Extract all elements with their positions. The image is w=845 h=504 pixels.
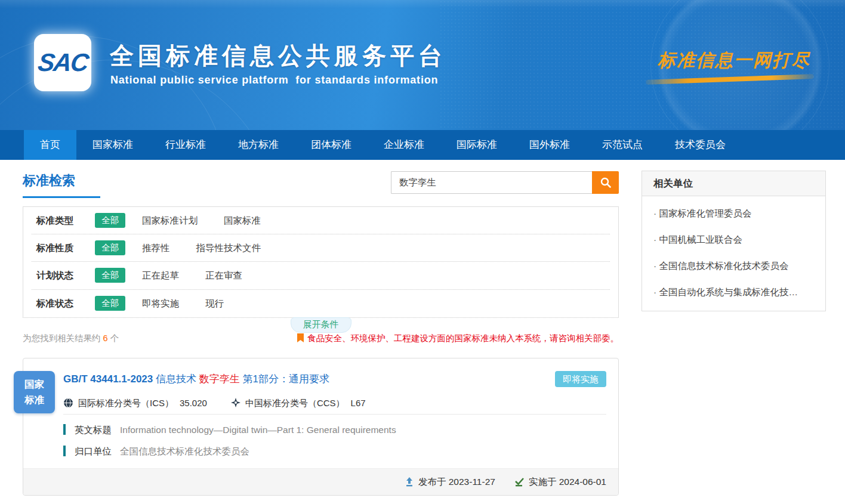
page-title: 标准检索 xyxy=(23,171,100,198)
filter-row-standard-status: 标准状态 全部 即将实施 现行 xyxy=(32,290,610,317)
content: 标准检索 标准类型 全部 国家标准计划 国家标准 xyxy=(0,160,845,496)
search-icon xyxy=(600,177,612,188)
compass-icon xyxy=(231,398,240,407)
ics-item: 国际标准分类号（ICS） 35.020 xyxy=(63,397,207,409)
implemented-value: 2024-06-01 xyxy=(559,476,606,488)
ccs-item: 中国标准分类号（CCS） L67 xyxy=(231,397,366,409)
committee-field: 归口单位 全国信息技术标准化技术委员会 xyxy=(63,445,606,457)
published-value: 2023-11-27 xyxy=(449,476,495,488)
filter-option[interactable]: 指导性技术文件 xyxy=(196,242,261,255)
card-divider xyxy=(63,414,606,415)
field-bar xyxy=(63,424,66,435)
summary-row: 为您找到相关结果约6个 食品安全、环境保护、工程建设方面的国家标准未纳入本系统，… xyxy=(23,333,619,344)
publish-icon xyxy=(405,477,414,487)
expand-conditions-button[interactable]: 展开条件 xyxy=(291,317,351,333)
filter-row-nature: 标准性质 全部 推荐性 指导性技术文件 xyxy=(32,234,610,262)
related-unit-link[interactable]: 中国机械工业联合会 xyxy=(653,227,814,253)
site-subtitle: National public service platform for sta… xyxy=(110,74,438,86)
search-box xyxy=(391,171,619,194)
nav-local-standards[interactable]: 地方标准 xyxy=(222,130,295,160)
ccs-label: 中国标准分类号（CCS） xyxy=(245,397,345,409)
filter-option[interactable]: 国家标准计划 xyxy=(142,214,198,227)
standard-title[interactable]: GB/T 43441.1-2023 信息技术 数字孪生 第1部分：通用要求 xyxy=(63,372,329,386)
expand-wrap: 展开条件 xyxy=(23,318,619,333)
globe-icon xyxy=(63,398,73,408)
nav-foreign-standards[interactable]: 国外标准 xyxy=(513,130,586,160)
notice-text: 食品安全、环境保护、工程建设方面的国家标准未纳入本系统，请咨询相关部委。 xyxy=(307,333,619,344)
nav-enterprise-standards[interactable]: 企业标准 xyxy=(368,130,440,160)
filter-row-plan-status: 计划状态 全部 正在起草 正在审查 xyxy=(32,262,610,289)
related-unit-link[interactable]: 全国信息技术标准化技术委员会 xyxy=(653,253,814,279)
nav-pilot[interactable]: 示范试点 xyxy=(586,130,659,160)
filter-option[interactable]: 现行 xyxy=(205,297,224,310)
field-label: 英文标题 xyxy=(75,423,112,436)
search-input[interactable] xyxy=(391,171,592,194)
filter-all-button[interactable]: 全部 xyxy=(95,296,125,311)
badge-line: 国家 xyxy=(14,376,55,392)
implemented-date: 实施于 2024-06-01 xyxy=(514,476,606,488)
card-head: GB/T 43441.1-2023 信息技术 数字孪生 第1部分：通用要求 即将… xyxy=(23,358,618,387)
badge-line: 标准 xyxy=(14,392,55,407)
main-column: 标准检索 标准类型 全部 国家标准计划 国家标准 xyxy=(23,171,619,496)
notice: 食品安全、环境保护、工程建设方面的国家标准未纳入本系统，请咨询相关部委。 xyxy=(297,333,619,344)
summary-count: 6 xyxy=(103,333,108,343)
filter-all-button[interactable]: 全部 xyxy=(95,268,125,283)
summary-prefix: 为您找到相关结果约 xyxy=(23,333,101,343)
main-nav: 首页 国家标准 行业标准 地方标准 团体标准 企业标准 国际标准 国外标准 示范… xyxy=(0,130,845,160)
english-title-field: 英文标题 Information technology—Digital twin… xyxy=(63,423,606,436)
ccs-value: L67 xyxy=(351,397,366,409)
banner-slogan: 标准信息一网打尽 xyxy=(650,49,818,72)
filter-all-button[interactable]: 全部 xyxy=(95,213,125,228)
standard-title-part: 信息技术 xyxy=(156,373,196,385)
filter-option[interactable]: 正在起草 xyxy=(142,269,179,282)
field-value: Information technology—Digital twin—Part… xyxy=(120,423,396,436)
filter-all-button[interactable]: 全部 xyxy=(95,240,125,255)
filter-row-type: 标准类型 全部 国家标准计划 国家标准 xyxy=(32,207,610,234)
related-units-title: 相关单位 xyxy=(642,171,825,196)
card-footer: 发布于 2023-11-27 实施于 2024-06-01 xyxy=(23,468,618,495)
page: SAC 全国标准信息公共服务平台 National public service… xyxy=(0,0,845,504)
published-date: 发布于 2023-11-27 xyxy=(405,476,495,488)
sac-logo[interactable]: SAC xyxy=(34,34,91,91)
search-button[interactable] xyxy=(592,171,619,194)
related-units-list: 国家标准化管理委员会 中国机械工业联合会 全国信息技术标准化技术委员会 全国自动… xyxy=(642,196,825,311)
sac-logo-text: SAC xyxy=(36,48,89,77)
filter-label: 标准类型 xyxy=(36,214,95,227)
summary-suffix: 个 xyxy=(110,333,119,343)
bookmark-icon xyxy=(297,333,304,343)
site-banner: SAC 全国标准信息公共服务平台 National public service… xyxy=(0,0,845,130)
implemented-label: 实施于 xyxy=(529,476,557,488)
nav-technical-committee[interactable]: 技术委员会 xyxy=(659,130,742,160)
nav-group-standards[interactable]: 团体标准 xyxy=(295,130,368,160)
standard-title-highlight: 数字孪生 xyxy=(199,373,240,385)
filter-option[interactable]: 国家标准 xyxy=(224,214,261,227)
related-units-panel: 相关单位 国家标准化管理委员会 中国机械工业联合会 全国信息技术标准化技术委员会… xyxy=(642,171,826,311)
classification-row: 国际标准分类号（ICS） 35.020 中国标准分类号（CCS） L67 xyxy=(23,387,618,409)
standard-title-part: 第1部分：通用要求 xyxy=(242,373,329,385)
related-unit-link[interactable]: 国家标准化管理委员会 xyxy=(653,200,814,227)
nav-industry-standards[interactable]: 行业标准 xyxy=(149,130,222,160)
field-bar xyxy=(63,446,66,456)
filter-box: 标准类型 全部 国家标准计划 国家标准 标准性质 全部 推荐性 指导性技术文件 … xyxy=(23,206,619,318)
ics-label: 国际标准分类号（ICS） xyxy=(78,397,174,409)
ics-value: 35.020 xyxy=(180,397,207,409)
status-badge: 即将实施 xyxy=(555,371,606,387)
result-card[interactable]: 国家 标准 GB/T 43441.1-2023 信息技术 数字孪生 第1部分：通… xyxy=(23,358,619,496)
filter-option[interactable]: 正在审查 xyxy=(205,269,242,282)
related-unit-link[interactable]: 全国自动化系统与集成标准化技… xyxy=(653,279,814,305)
filter-option[interactable]: 即将实施 xyxy=(142,297,179,310)
field-label: 归口单位 xyxy=(75,445,112,457)
nav-national-standards[interactable]: 国家标准 xyxy=(76,130,149,160)
implement-icon xyxy=(514,477,525,487)
site-title: 全国标准信息公共服务平台 xyxy=(110,42,446,69)
nav-international-standards[interactable]: 国际标准 xyxy=(440,130,513,160)
filter-option[interactable]: 推荐性 xyxy=(142,242,170,255)
nav-home[interactable]: 首页 xyxy=(24,130,76,160)
field-value: 全国信息技术标准化技术委员会 xyxy=(120,445,249,457)
published-label: 发布于 xyxy=(418,476,446,488)
filter-label: 标准状态 xyxy=(36,297,95,310)
standard-code: GB/T 43441.1-2023 xyxy=(63,373,153,385)
standard-type-badge: 国家 标准 xyxy=(14,371,55,413)
filter-label: 计划状态 xyxy=(36,269,95,282)
filter-label: 标准性质 xyxy=(36,242,95,255)
